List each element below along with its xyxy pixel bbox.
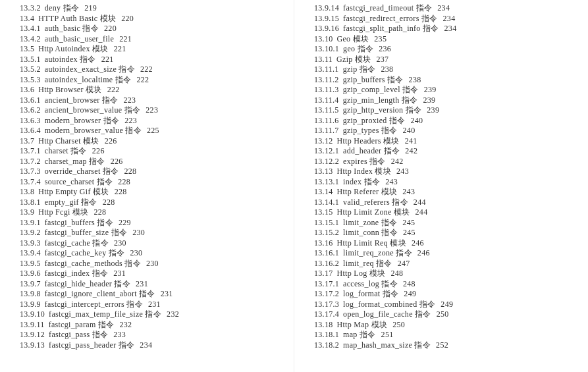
- toc-section-number: 13.15.1: [314, 218, 339, 227]
- toc-title: Http Referer 模块: [337, 187, 398, 196]
- toc-page-number: 246: [412, 238, 424, 248]
- toc-title: fastcgi_cache_methods 指令: [45, 259, 141, 268]
- toc-page-number: 239: [427, 105, 439, 115]
- toc-page-number: 223: [124, 116, 137, 125]
- toc-section-number: 13.10.1: [314, 44, 339, 53]
- toc-entry: 13.11.1gzip 指令238: [314, 65, 568, 75]
- toc-title: modern_browser 指令: [45, 116, 119, 125]
- toc-section-number: 13.12: [314, 136, 333, 146]
- toc-page-number: 234: [437, 3, 450, 13]
- toc-entry: 13.9.8fastcgi_ignore_client_abort 指令231: [20, 289, 274, 300]
- toc-section-number: 13.12.2: [314, 157, 339, 166]
- toc-page-number: 247: [398, 259, 410, 268]
- toc-page-number: 230: [114, 238, 126, 248]
- toc-entry: 13.4.2auth_basic_user_file221: [20, 34, 274, 45]
- toc-section-number: 13.17.1: [314, 279, 339, 288]
- toc-section-number: 13.8.1: [20, 198, 41, 207]
- toc-title: fastcgi_max_temp_file_size 指令: [49, 309, 161, 319]
- toc-page-number: 222: [140, 65, 153, 74]
- toc-title: autoindex 指令: [45, 55, 96, 64]
- toc-entry: 13.10Geo 模块235: [314, 34, 568, 45]
- toc-page-number: 222: [136, 75, 149, 84]
- toc-title: gzip_comp_level 指令: [343, 85, 419, 94]
- toc-entry: 13.6.2ancient_browser_value 指令223: [20, 105, 274, 116]
- toc-page-number: 249: [404, 289, 416, 298]
- toc-entry: 13.9.13fastcgi_pass_header 指令234: [20, 340, 274, 351]
- toc-entry: 13.4.1auth_basic 指令220: [20, 24, 274, 34]
- toc-title: fastcgi_redirect_errors 指令: [343, 14, 437, 23]
- toc-entry: 13.15.1limit_zone 指令245: [314, 218, 568, 228]
- toc-page-number: 235: [374, 34, 387, 43]
- toc-entry: 13.9.12fastcgi_pass 指令233: [20, 330, 274, 340]
- toc-entry: 13.7.3override_charset 指令228: [20, 167, 274, 177]
- toc-title: ancient_browser_value 指令: [45, 105, 141, 115]
- toc-entry: 13.9.16fastcgi_split_path_info 指令234: [314, 24, 568, 34]
- toc-title: map 指令: [343, 330, 375, 339]
- toc-section-number: 13.16.1: [314, 248, 339, 257]
- toc-title: Http Charset 模块: [38, 136, 99, 146]
- toc-section-number: 13.11: [314, 55, 333, 64]
- toc-page-number: 228: [94, 207, 106, 217]
- toc-section-number: 13.9.15: [314, 14, 339, 23]
- toc-entry: 13.6.4modern_browser_value 指令225: [20, 126, 274, 136]
- toc-page-number: 226: [111, 157, 123, 166]
- toc-section-number: 13.5.2: [20, 65, 41, 74]
- toc-page-number: 219: [84, 3, 97, 13]
- toc-title: modern_browser_value 指令: [45, 126, 142, 135]
- toc-section-number: 13.5.1: [20, 55, 41, 64]
- toc-title: fastcgi_buffer_size 指令: [45, 228, 127, 237]
- toc-section-number: 13.16: [314, 238, 333, 248]
- toc-page-number: 234: [443, 14, 456, 23]
- toc-entry: 13.16.2limit_req 指令247: [314, 259, 568, 269]
- toc-entry: 13.7.2charset_map 指令226: [20, 157, 274, 167]
- toc-section-number: 13.13.1: [314, 177, 339, 186]
- toc-title: charset_map 指令: [45, 157, 105, 166]
- toc-section-number: 13.9.16: [314, 24, 339, 33]
- toc-title: valid_referers 指令: [343, 198, 408, 207]
- toc-entry: 13.6.3modern_browser 指令223: [20, 116, 274, 126]
- toc-section-number: 13.7: [20, 136, 34, 146]
- toc-section-number: 13.7.4: [20, 177, 41, 186]
- toc-section-number: 13.9.5: [20, 259, 41, 268]
- toc-title: gzip_http_version 指令: [343, 105, 422, 115]
- toc-entry: 13.11.2gzip_buffers 指令238: [314, 75, 568, 86]
- toc-title: gzip_buffers 指令: [343, 75, 404, 84]
- toc-entry: 13.17.2log_format 指令249: [314, 289, 568, 300]
- toc-page-number: 231: [148, 300, 161, 309]
- toc-title: fastcgi_cache_key 指令: [45, 248, 125, 257]
- toc-container: 13.3.2deny 指令21913.4HTTP Auth Basic 模块22…: [0, 0, 588, 372]
- toc-section-number: 13.11.5: [314, 105, 339, 115]
- toc-title: fastcgi_cache 指令: [45, 238, 109, 248]
- toc-title: Http Limit Req 模块: [337, 238, 406, 248]
- toc-page-number: 236: [379, 44, 391, 53]
- toc-title: override_charset 指令: [45, 167, 119, 176]
- toc-entry: 13.13.1index 指令243: [314, 177, 568, 188]
- toc-title: deny 指令: [45, 3, 79, 13]
- toc-entry: 13.17.1access_log 指令248: [314, 279, 568, 290]
- toc-section-number: 13.6.1: [20, 95, 41, 105]
- toc-title: Http Autoindex 模块: [38, 44, 108, 53]
- toc-title: fastcgi_ignore_client_abort 指令: [45, 289, 155, 298]
- toc-title: map_hash_max_size 指令: [343, 340, 431, 350]
- toc-page-number: 249: [441, 300, 453, 309]
- toc-page-number: 251: [381, 330, 394, 339]
- toc-title: auth_basic_user_file: [45, 34, 114, 43]
- toc-title: Http Headers 模块: [337, 136, 400, 146]
- toc-section-number: 13.9.12: [20, 330, 45, 339]
- toc-section-number: 13.17.3: [314, 300, 339, 309]
- toc-title: log_format_combined 指令: [343, 300, 435, 309]
- toc-page-number: 230: [146, 259, 159, 268]
- toc-section-number: 13.3.2: [20, 3, 41, 13]
- toc-page-number: 248: [390, 269, 403, 278]
- toc-page-number: 228: [103, 198, 115, 207]
- toc-entry: 13.9.3fastcgi_cache 指令230: [20, 238, 274, 249]
- toc-entry: 13.9.5fastcgi_cache_methods 指令230: [20, 259, 274, 269]
- toc-title: fastcgi_pass 指令: [49, 330, 108, 339]
- toc-page-number: 238: [409, 75, 421, 84]
- toc-title: Http Fcgi 模块: [38, 207, 88, 217]
- toc-section-number: 13.11.2: [314, 75, 339, 84]
- toc-entry: 13.7.1charset 指令226: [20, 146, 274, 157]
- toc-entry: 13.12.1add_header 指令242: [314, 146, 568, 157]
- toc-section-number: 13.9.2: [20, 228, 41, 237]
- toc-title: Http Map 模块: [337, 320, 388, 329]
